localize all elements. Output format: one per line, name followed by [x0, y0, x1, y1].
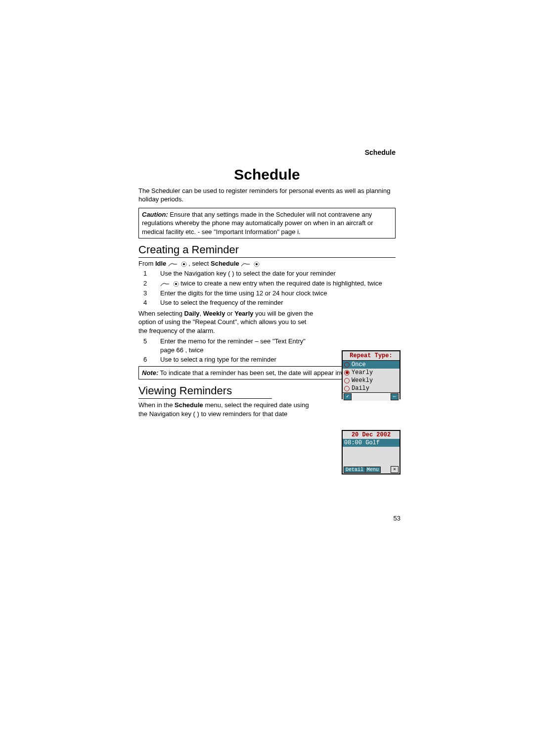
phone-screen-reminder-view: 20 Dec 2002 08:00 Golf Detail Menu ✕	[342, 430, 400, 474]
page-number: 53	[394, 515, 400, 522]
heading-creating-reminder: Creating a Reminder	[138, 243, 396, 258]
step-item: 3Enter the digits for the time using 12 …	[138, 289, 396, 298]
note-text: To indicate that a reminder has been set…	[160, 369, 362, 377]
caution-text: Ensure that any settings made in the Sch…	[142, 211, 373, 236]
svg-point-1	[183, 263, 185, 265]
close-softkey-icon: ✕	[391, 466, 399, 473]
step-item: 1Use the Navigation key ( ) to select th…	[138, 269, 396, 278]
svg-point-3	[256, 263, 258, 265]
svg-point-5	[175, 283, 177, 285]
caution-box: Caution: Ensure that any settings made i…	[138, 208, 396, 239]
heading-viewing-reminders: Viewing Reminders	[138, 384, 272, 399]
center-key-icon	[254, 261, 260, 267]
step-item: 5Enter the memo for the reminder – see "…	[138, 337, 316, 354]
detail-softkey: Detail	[344, 467, 365, 473]
repeat-option-weekly: Weekly	[343, 377, 400, 384]
intro-paragraph: The Scheduler can be used to register re…	[138, 187, 396, 204]
caution-label: Caution:	[142, 211, 168, 218]
hand-press-icon	[160, 281, 171, 287]
radio-icon	[344, 386, 350, 391]
center-key-icon	[173, 281, 179, 287]
radio-icon	[344, 362, 350, 368]
hand-press-icon	[241, 261, 252, 267]
running-header: Schedule	[138, 148, 396, 156]
center-key-icon	[181, 261, 187, 267]
step-item: 4Use to select the frequency of the remi…	[138, 298, 396, 307]
radio-icon	[344, 378, 350, 383]
page-title: Schedule	[138, 166, 396, 183]
phone-screen-repeat-type: Repeat Type: Once Yearly Weekly Daily ✓ …	[342, 350, 400, 399]
hand-press-icon	[168, 261, 179, 267]
radio-filled-icon	[344, 370, 350, 376]
screen-header: Repeat Type:	[343, 351, 400, 361]
repeat-option-daily: Daily	[343, 384, 400, 392]
from-idle-line: From Idle , select Schedule	[138, 260, 396, 267]
note-label: Note:	[142, 369, 158, 377]
reminder-entry: 08:00 Golf	[343, 439, 400, 447]
step-item: 2 twice to create a new entry when the r…	[138, 279, 396, 288]
back-softkey-icon: ←	[391, 393, 399, 400]
repeat-option-yearly: Yearly	[343, 369, 400, 377]
step-item: 6Use to select a ring type for the remin…	[138, 355, 316, 364]
creating-steps-list: 1Use the Navigation key ( ) to select th…	[138, 269, 396, 307]
menu-softkey: Menu	[365, 467, 381, 473]
ok-softkey-icon: ✓	[344, 393, 352, 400]
repeat-count-paragraph: When selecting Daily, Weekly or Yearly y…	[138, 309, 316, 335]
screen-date: 20 Dec 2002	[343, 431, 400, 439]
repeat-option-once: Once	[343, 361, 400, 369]
viewing-paragraph: When in the Schedule menu, select the re…	[138, 401, 316, 418]
creating-steps-list-2: 5Enter the memo for the reminder – see "…	[138, 337, 316, 364]
